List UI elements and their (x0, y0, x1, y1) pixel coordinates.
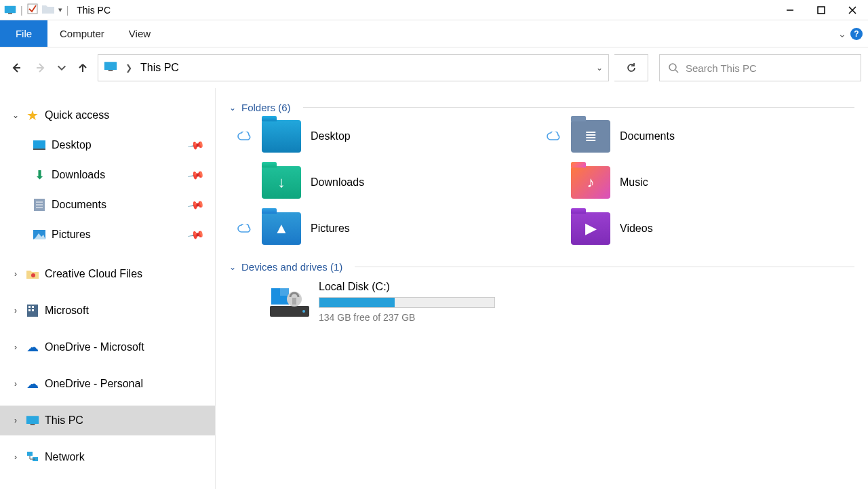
address-location[interactable]: This PC (140, 62, 179, 74)
refresh-button[interactable] (614, 54, 648, 81)
download-icon: ⬇ (33, 168, 46, 182)
chevron-right-icon[interactable]: › (11, 269, 20, 279)
chevron-down-icon[interactable]: ⌄ (229, 262, 236, 272)
pin-icon: 📌 (186, 165, 205, 184)
sidebar-item-onedrive-microsoft[interactable]: › ☁ OneDrive - Microsoft (0, 332, 215, 362)
sidebar-quick-access[interactable]: ⌄ ★ Quick access (0, 100, 215, 130)
folders-section-header[interactable]: ⌄ Folders (6) (229, 102, 854, 113)
svg-rect-39 (292, 298, 296, 305)
sidebar-item-pictures[interactable]: Pictures 📌 (0, 220, 215, 250)
tab-computer[interactable]: Computer (47, 20, 117, 47)
svg-rect-24 (32, 306, 34, 308)
building-icon (26, 304, 39, 317)
sidebar-item-label: Desktop (52, 139, 92, 151)
sidebar-item-this-pc[interactable]: › This PC (0, 406, 215, 435)
folder-item-desktop[interactable]: Desktop (236, 120, 545, 153)
drive-icon (270, 286, 309, 318)
sidebar-item-desktop[interactable]: Desktop 📌 (0, 130, 215, 160)
chevron-right-icon[interactable]: ❯ (125, 63, 132, 73)
maximize-button[interactable] (806, 0, 837, 20)
folder-item-music[interactable]: ♪Music (545, 166, 854, 199)
window-title: This PC (77, 5, 111, 16)
chevron-down-icon[interactable]: ⌄ (11, 111, 20, 120)
titlebar: | ▾ | This PC (0, 0, 868, 20)
cloud-icon: ☁ (26, 377, 39, 391)
sidebar-item-label: Documents (52, 199, 106, 211)
svg-rect-23 (28, 306, 31, 308)
sidebar-item-network[interactable]: › Network (0, 442, 215, 472)
svg-rect-0 (5, 6, 16, 14)
svg-rect-14 (33, 149, 45, 150)
folder-item-pictures[interactable]: ▲Pictures (236, 212, 545, 245)
sidebar-item-label: This PC (45, 414, 83, 427)
svg-point-21 (31, 273, 35, 277)
svg-point-34 (302, 310, 305, 313)
folder-label: Desktop (311, 130, 351, 142)
desktop-icon (33, 138, 46, 152)
sidebar-item-label: Downloads (52, 169, 105, 181)
search-box[interactable] (659, 54, 861, 81)
forward-button[interactable] (31, 58, 50, 77)
sidebar-item-microsoft[interactable]: › Microsoft (0, 296, 215, 326)
address-dropdown-icon[interactable]: ⌄ (596, 63, 603, 73)
drives-section-header[interactable]: ⌄ Devices and drives (1) (229, 261, 854, 273)
svg-rect-29 (27, 452, 33, 456)
close-button[interactable] (837, 0, 868, 20)
svg-rect-10 (108, 70, 113, 71)
folder-label: Downloads (311, 176, 364, 189)
navigation-pane: ⌄ ★ Quick access Desktop 📌 ⬇ Downloads 📌… (0, 88, 216, 489)
up-button[interactable] (73, 58, 92, 77)
ribbon: File Computer View ⌄ ? (0, 20, 868, 47)
pc-icon (4, 5, 16, 15)
folder-icon: ▶ (571, 212, 610, 245)
chevron-right-icon[interactable]: › (11, 452, 20, 462)
folder-icon: ↓ (262, 166, 301, 199)
sidebar-item-downloads[interactable]: ⬇ Downloads 📌 (0, 160, 215, 190)
sidebar-item-label: Microsoft (45, 305, 89, 317)
file-tab[interactable]: File (0, 20, 47, 47)
search-input[interactable] (686, 62, 852, 74)
cloud-sync-icon (545, 132, 561, 141)
back-button[interactable] (7, 58, 26, 77)
pin-icon: 📌 (186, 225, 205, 243)
qat-folder-icon[interactable] (42, 4, 54, 16)
chevron-right-icon[interactable]: › (11, 416, 20, 425)
svg-rect-9 (104, 62, 117, 70)
search-icon (668, 62, 679, 73)
recent-locations-button[interactable] (56, 58, 68, 77)
folder-icon: ≣ (571, 120, 610, 153)
folder-item-videos[interactable]: ▶Videos (545, 212, 854, 245)
drive-usage-bar (319, 297, 495, 308)
help-icon[interactable]: ? (850, 28, 863, 40)
pictures-icon (33, 228, 46, 241)
cloud-sync-icon (236, 132, 252, 141)
folder-icon: ▲ (262, 212, 301, 245)
chevron-right-icon[interactable]: › (11, 343, 20, 352)
drive-item[interactable]: Local Disk (C:) 134 GB free of 237 GB (270, 281, 854, 323)
cloud-sync-icon (236, 224, 252, 233)
qat-checkmark-icon[interactable] (27, 3, 38, 17)
chevron-right-icon[interactable]: › (11, 306, 20, 315)
sidebar-item-creative-cloud[interactable]: › Creative Cloud Files (0, 259, 215, 289)
pc-icon (26, 414, 39, 427)
svg-rect-26 (32, 309, 34, 311)
svg-rect-13 (33, 140, 45, 149)
qat-dropdown-icon[interactable]: ▾ (58, 5, 62, 14)
sidebar-item-documents[interactable]: Documents 📌 (0, 190, 215, 220)
tab-view[interactable]: View (117, 20, 163, 47)
svg-rect-4 (818, 7, 825, 14)
svg-rect-25 (28, 309, 31, 311)
ribbon-collapse-icon[interactable]: ⌄ (838, 28, 846, 39)
minimize-button[interactable] (774, 0, 806, 20)
folder-item-downloads[interactable]: ↓Downloads (236, 166, 545, 199)
svg-line-12 (675, 70, 678, 73)
chevron-down-icon[interactable]: ⌄ (229, 103, 236, 113)
folder-label: Pictures (311, 222, 350, 235)
sidebar-item-onedrive-personal[interactable]: › ☁ OneDrive - Personal (0, 369, 215, 399)
address-bar[interactable]: ❯ This PC ⌄ (98, 54, 609, 81)
svg-rect-36 (271, 288, 279, 296)
pc-icon (104, 61, 117, 75)
chevron-right-icon[interactable]: › (11, 379, 20, 389)
folder-item-documents[interactable]: ≣Documents (545, 120, 854, 153)
document-icon (33, 198, 46, 212)
